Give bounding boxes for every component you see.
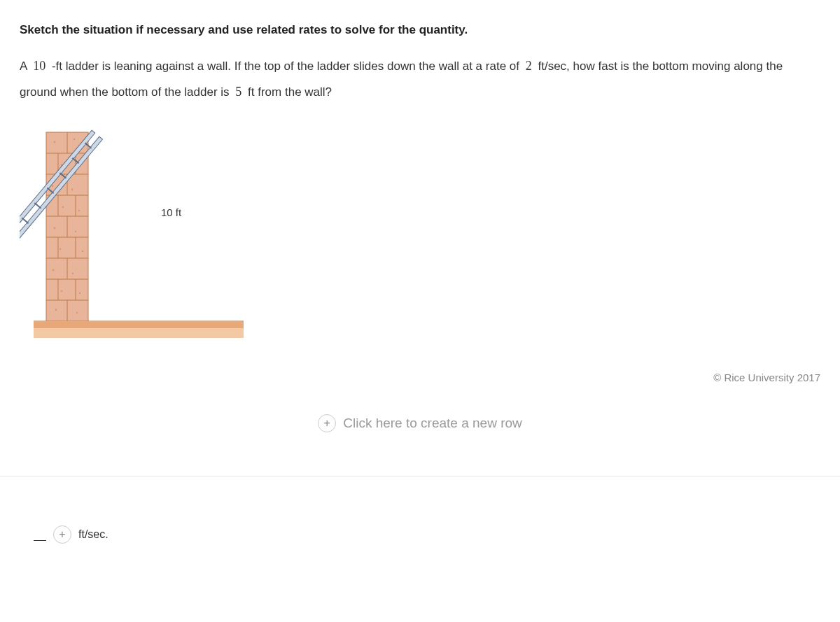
svg-point-36 xyxy=(82,250,83,252)
ladder-diagram: 10 ft xyxy=(20,127,820,356)
plus-icon[interactable]: + xyxy=(53,525,71,544)
slide-rate-value: 2 xyxy=(523,59,535,73)
answer-unit-label: ft/sec. xyxy=(78,526,108,543)
svg-point-35 xyxy=(59,248,62,250)
svg-point-29 xyxy=(52,185,54,188)
svg-point-26 xyxy=(74,139,76,141)
svg-point-32 xyxy=(78,210,80,211)
problem-statement: A 10 -ft ladder is leaning against a wal… xyxy=(20,53,820,106)
svg-point-37 xyxy=(52,269,55,271)
answer-row: + ft/sec. xyxy=(20,525,820,544)
svg-point-25 xyxy=(54,141,56,143)
svg-point-34 xyxy=(75,231,77,233)
svg-point-39 xyxy=(61,290,63,292)
svg-rect-58 xyxy=(34,328,244,338)
bottom-distance-value: 5 xyxy=(232,85,244,99)
instruction-heading: Sketch the situation if necessary and us… xyxy=(20,21,820,39)
svg-line-50 xyxy=(22,218,28,224)
create-new-row-button[interactable]: + Click here to create a new row xyxy=(20,414,820,434)
text-segment: A xyxy=(20,59,27,73)
ladder-length-value: 10 xyxy=(30,59,48,73)
section-divider xyxy=(0,476,840,476)
svg-point-41 xyxy=(55,309,57,311)
attribution-text: © Rice University 2017 xyxy=(20,370,820,386)
ladder-length-label: 10 ft xyxy=(161,206,182,218)
svg-point-40 xyxy=(79,292,80,294)
text-segment: -ft ladder is leaning against a wall. If… xyxy=(52,59,519,73)
svg-rect-59 xyxy=(20,338,244,351)
svg-point-42 xyxy=(76,312,78,314)
svg-point-31 xyxy=(62,206,64,208)
answer-input[interactable] xyxy=(34,528,46,542)
svg-point-30 xyxy=(71,189,74,191)
text-segment: ft from the wall? xyxy=(248,85,332,99)
svg-rect-57 xyxy=(34,321,244,328)
svg-point-33 xyxy=(54,227,56,229)
plus-icon: + xyxy=(318,414,336,432)
create-new-row-label: Click here to create a new row xyxy=(343,414,522,434)
svg-point-38 xyxy=(72,273,74,275)
svg-line-49 xyxy=(34,203,41,208)
